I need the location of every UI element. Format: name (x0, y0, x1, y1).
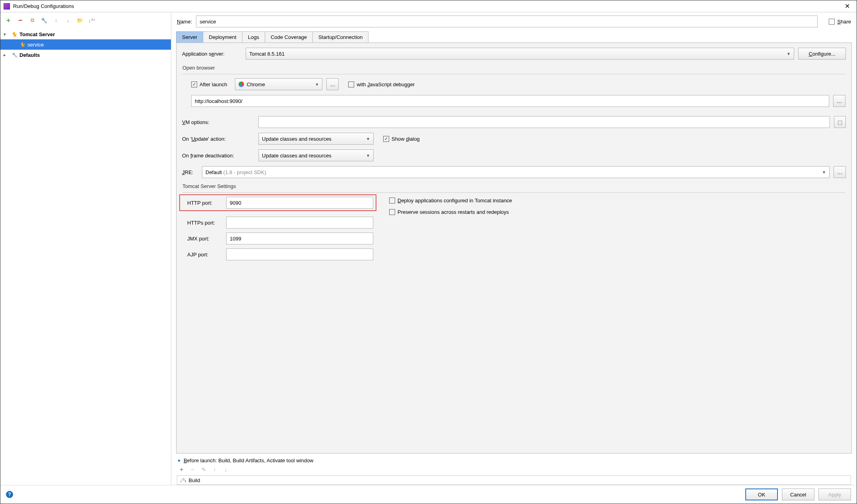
sort-button[interactable]: ↓ᴬᶻ (88, 16, 96, 24)
checkbox-icon (389, 209, 395, 215)
vm-options-input[interactable] (258, 116, 830, 128)
deploy-apps-checkbox[interactable]: Deploy applications configured in Tomcat… (389, 198, 512, 204)
js-debugger-checkbox[interactable]: with JavaScript debugger (348, 81, 415, 87)
https-port-label: HTTPs port: (182, 220, 226, 226)
tab-logs[interactable]: Logs (242, 31, 265, 43)
jre-label: JRE: (182, 169, 198, 175)
separator (182, 192, 845, 193)
jre-select[interactable]: Default (1.8 - project SDK) ▼ (202, 166, 830, 178)
move-down-button[interactable]: ↓ (64, 16, 72, 24)
app-server-select[interactable]: Tomcat 8.5.161 ▼ (246, 48, 794, 60)
after-launch-checkbox[interactable]: After launch (191, 81, 227, 87)
on-frame-value: Update classes and resources (262, 153, 332, 159)
on-update-value: Update classes and resources (262, 136, 332, 142)
show-dialog-checkbox[interactable]: Show dialog (383, 136, 420, 142)
name-input[interactable] (196, 16, 818, 27)
chevron-down-icon: ▼ (315, 82, 319, 87)
jmx-port-label: JMX port: (182, 236, 226, 242)
cancel-button[interactable]: Cancel (782, 488, 814, 500)
http-port-label: HTTP port: (182, 200, 226, 206)
separator (182, 74, 845, 74)
config-editor: Name: Share Server Deployment Logs Code … (171, 12, 857, 485)
before-launch-section: ▼ Before launch: Build, Build Artifacts,… (171, 456, 857, 485)
tab-server[interactable]: Server (176, 31, 203, 43)
titlebar: Run/Debug Configurations ✕ (0, 0, 857, 12)
tab-code-coverage[interactable]: Code Coverage (265, 31, 313, 43)
tab-startup-connection[interactable]: Startup/Connection (312, 31, 368, 43)
chevron-down-icon: ▼ (787, 52, 791, 56)
app-icon (4, 3, 10, 10)
close-icon[interactable]: ✕ (841, 2, 853, 10)
ok-button[interactable]: OK (745, 488, 778, 500)
app-server-label: Application server: (182, 51, 242, 57)
url-input[interactable] (191, 95, 829, 107)
config-tree: ▾ 🐈 Tomcat Server 🐈 service ▸ 🔧 Defaults (0, 28, 171, 485)
tree-label: Defaults (19, 52, 40, 58)
share-label: Share (837, 19, 851, 25)
tree-node-defaults[interactable]: ▸ 🔧 Defaults (0, 50, 171, 60)
tomcat-icon: 🐈 (19, 41, 26, 48)
config-toolbar: ＋ − ⧉ 🔧 ↑ ↓ 📁 ↓ᴬᶻ (0, 12, 171, 28)
copy-config-button[interactable]: ⧉ (28, 16, 36, 24)
tab-deployment[interactable]: Deployment (203, 31, 242, 43)
js-debugger-label: with JavaScript debugger (357, 81, 415, 87)
chevron-down-icon: ▾ (4, 32, 10, 37)
before-launch-toolbar: ＋ − ✎ ↑ ↓ (177, 463, 851, 475)
add-task-button[interactable]: ＋ (178, 466, 185, 473)
checkbox-icon (829, 19, 835, 25)
wrench-icon: 🔧 (12, 52, 18, 58)
dialog-button-bar: ? OK Cancel Apply (0, 485, 857, 504)
tree-label: service (27, 42, 44, 48)
folder-button[interactable]: 📁 (76, 16, 84, 24)
app-server-value: Tomcat 8.5.161 (249, 51, 285, 57)
ajp-port-input[interactable] (226, 248, 373, 260)
jre-value: Default (1.8 - project SDK) (206, 169, 266, 175)
http-port-input[interactable] (226, 197, 373, 209)
jre-more-button[interactable]: … (834, 166, 846, 178)
checkbox-icon (348, 81, 354, 87)
show-dialog-label: Show dialog (392, 136, 420, 142)
before-launch-item: Build (189, 477, 200, 483)
apply-button[interactable]: Apply (818, 488, 851, 500)
edit-task-button[interactable]: ✎ (200, 466, 207, 473)
build-task-icon: ↓⁰₁ (180, 477, 186, 483)
configure-button[interactable]: Configure... (798, 48, 846, 60)
move-task-down-button[interactable]: ↓ (222, 466, 229, 473)
on-frame-select[interactable]: Update classes and resources ▼ (258, 149, 374, 161)
name-label: Name: (177, 19, 192, 25)
preserve-sessions-checkbox[interactable]: Preserve sessions across restarts and re… (389, 209, 512, 215)
http-port-highlight: HTTP port: (179, 194, 376, 211)
before-launch-list[interactable]: ↓⁰₁ Build (177, 475, 851, 485)
vm-options-expand-button[interactable]: ⬚ (834, 116, 846, 128)
add-config-button[interactable]: ＋ (4, 16, 12, 24)
configurations-panel: ＋ − ⧉ 🔧 ↑ ↓ 📁 ↓ᴬᶻ ▾ 🐈 Tomcat Server 🐈 se… (0, 12, 171, 485)
on-update-label: On 'Update' action: (182, 136, 254, 142)
tree-node-service[interactable]: 🐈 service (0, 39, 171, 50)
remove-task-button[interactable]: − (189, 466, 196, 473)
tree-node-tomcat-server[interactable]: ▾ 🐈 Tomcat Server (0, 29, 171, 39)
open-browser-legend: Open browser (182, 65, 845, 71)
move-up-button[interactable]: ↑ (52, 16, 60, 24)
checkbox-icon (389, 198, 395, 204)
move-task-up-button[interactable]: ↑ (211, 466, 218, 473)
help-button[interactable]: ? (6, 491, 13, 498)
server-tab-panel: Application server: Tomcat 8.5.161 ▼ Con… (176, 43, 852, 454)
remove-config-button[interactable]: − (16, 16, 24, 24)
browser-more-button[interactable]: … (326, 78, 339, 90)
tomcat-icon: 🐈 (12, 31, 18, 37)
tomcat-settings-legend: Tomcat Server Settings (182, 183, 845, 189)
browser-select[interactable]: Chrome ▼ (235, 78, 322, 90)
browser-value: Chrome (246, 81, 265, 87)
https-port-input[interactable] (226, 217, 373, 229)
jmx-port-input[interactable] (226, 233, 373, 244)
edit-defaults-button[interactable]: 🔧 (40, 16, 48, 24)
on-update-select[interactable]: Update classes and resources ▼ (258, 133, 374, 145)
url-more-button[interactable]: … (833, 95, 845, 107)
disclosure-triangle-icon[interactable]: ▼ (177, 458, 181, 463)
checkbox-icon (383, 136, 389, 142)
chevron-down-icon: ▼ (366, 153, 370, 158)
on-frame-label: On frame deactivation: (182, 153, 254, 159)
chevron-down-icon: ▼ (366, 137, 370, 141)
checkbox-icon (191, 81, 197, 87)
share-checkbox[interactable]: Share (829, 19, 851, 25)
